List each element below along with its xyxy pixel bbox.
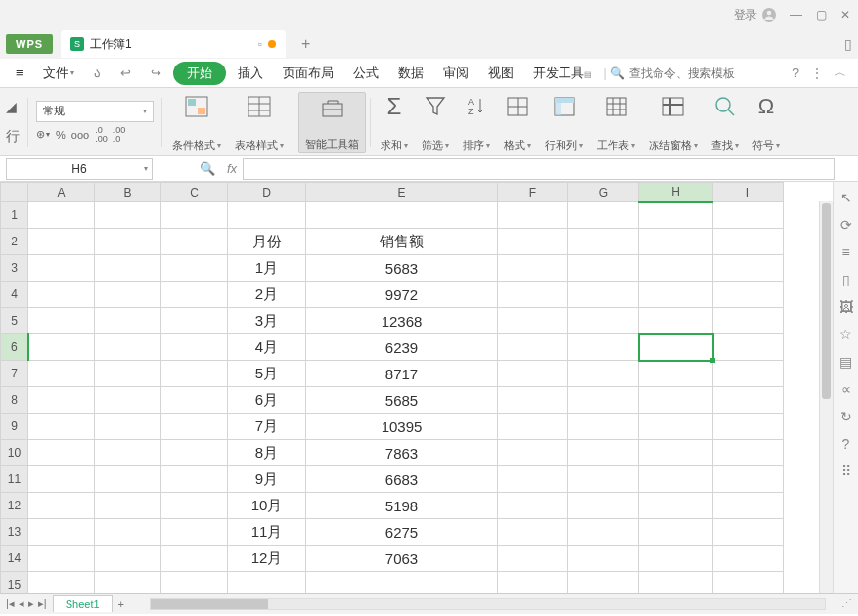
cell-B5[interactable] xyxy=(95,308,161,334)
cell-G1[interactable] xyxy=(568,202,639,229)
cell-B2[interactable] xyxy=(95,229,161,255)
sheet-tab[interactable]: Sheet1 xyxy=(53,595,113,612)
sheet-nav-first-icon[interactable]: |◂ xyxy=(6,597,15,610)
menu-view[interactable]: 视图 xyxy=(480,61,521,86)
col-header-A[interactable]: A xyxy=(28,183,95,202)
image-icon[interactable]: 🖼 xyxy=(839,299,853,315)
cell-G4[interactable] xyxy=(568,282,639,308)
cell-I9[interactable] xyxy=(713,414,784,440)
row-header-13[interactable]: 13 xyxy=(1,519,28,546)
file-tab[interactable]: S 工作簿1 ▫ xyxy=(61,30,286,58)
cell-H3[interactable] xyxy=(639,255,713,282)
cell-I13[interactable] xyxy=(713,519,784,546)
login-link[interactable]: 登录 xyxy=(734,7,777,23)
cell-I7[interactable] xyxy=(713,361,784,387)
cell-C5[interactable] xyxy=(161,308,228,334)
cell-H11[interactable] xyxy=(639,466,713,493)
row-header-6[interactable]: 6 xyxy=(1,334,28,361)
cell-G14[interactable] xyxy=(568,546,639,572)
cell-H8[interactable] xyxy=(639,387,713,414)
cell-D15[interactable] xyxy=(228,572,306,594)
cell-H13[interactable] xyxy=(639,519,713,546)
cell-E1[interactable] xyxy=(306,202,498,229)
cell-G9[interactable] xyxy=(568,414,639,440)
cell-D8[interactable]: 6月 xyxy=(228,387,306,414)
col-header-E[interactable]: E xyxy=(306,183,498,202)
percent-icon[interactable]: % xyxy=(56,129,66,141)
cell-A13[interactable] xyxy=(28,519,95,546)
cell-F11[interactable] xyxy=(498,466,568,493)
cell-I3[interactable] xyxy=(713,255,784,282)
cell-E8[interactable]: 5685 xyxy=(306,387,498,414)
cell-I4[interactable] xyxy=(713,282,784,308)
cell-B6[interactable] xyxy=(95,334,161,361)
cell-C3[interactable] xyxy=(161,255,228,282)
cell-G7[interactable] xyxy=(568,361,639,387)
sheet-nav-prev-icon[interactable]: ◂ xyxy=(19,597,24,610)
cell-E5[interactable]: 12368 xyxy=(306,308,498,334)
cell-H5[interactable] xyxy=(639,308,713,334)
smart-toolbox-button[interactable]: 智能工具箱 xyxy=(298,92,366,153)
cell-A6[interactable] xyxy=(28,334,95,361)
minimize-icon[interactable]: — xyxy=(790,8,802,22)
more-icon[interactable]: ⋮ xyxy=(807,66,827,80)
cell-H14[interactable] xyxy=(639,546,713,572)
cell-E6[interactable]: 6239 xyxy=(306,334,498,361)
cell-B15[interactable] xyxy=(95,572,161,594)
menu-insert[interactable]: 插入 xyxy=(230,61,271,86)
cell-G5[interactable] xyxy=(568,308,639,334)
fx-icon[interactable]: fx xyxy=(221,161,243,176)
cell-B8[interactable] xyxy=(95,387,161,414)
cell-G11[interactable] xyxy=(568,466,639,493)
formula-input[interactable] xyxy=(243,158,835,180)
symbol-button[interactable]: Ω 符号▾ xyxy=(746,92,786,153)
menu-home[interactable]: 开始 xyxy=(173,62,226,85)
row-header-4[interactable]: 4 xyxy=(1,282,28,308)
table-style-button[interactable]: 表格样式▾ xyxy=(229,92,290,153)
cell-H9[interactable] xyxy=(639,414,713,440)
cell-A2[interactable] xyxy=(28,229,95,255)
cell-B11[interactable] xyxy=(95,466,161,493)
cell-G3[interactable] xyxy=(568,255,639,282)
cell-H2[interactable] xyxy=(639,229,713,255)
menu-review[interactable]: 审阅 xyxy=(435,61,476,86)
cell-F13[interactable] xyxy=(498,519,568,546)
cell-A9[interactable] xyxy=(28,414,95,440)
cell-A7[interactable] xyxy=(28,361,95,387)
help2-icon[interactable]: ? xyxy=(842,436,850,452)
cell-F9[interactable] xyxy=(498,414,568,440)
cell-F12[interactable] xyxy=(498,493,568,519)
cell-D9[interactable]: 7月 xyxy=(228,414,306,440)
cell-E10[interactable]: 7863 xyxy=(306,440,498,466)
filter-button[interactable]: 筛选▾ xyxy=(416,92,455,153)
cell-C6[interactable] xyxy=(161,334,228,361)
cell-H10[interactable] xyxy=(639,440,713,466)
history-icon[interactable]: ↻ xyxy=(840,409,852,424)
cell-F14[interactable] xyxy=(498,546,568,572)
row-header-5[interactable]: 5 xyxy=(1,308,28,334)
cell-G6[interactable] xyxy=(568,334,639,361)
cell-E15[interactable] xyxy=(306,572,498,594)
col-header-D[interactable]: D xyxy=(228,183,306,202)
row-header-8[interactable]: 8 xyxy=(1,387,28,414)
conditional-format-button[interactable]: 条件格式▾ xyxy=(166,92,227,153)
menu-formula[interactable]: 公式 xyxy=(345,61,386,86)
cell-E7[interactable]: 8717 xyxy=(306,361,498,387)
menu-dev-tools[interactable]: 开发工具▤ xyxy=(525,61,600,86)
cell-E12[interactable]: 5198 xyxy=(306,493,498,519)
cell-A12[interactable] xyxy=(28,493,95,519)
col-header-B[interactable]: B xyxy=(95,183,161,202)
clipboard-icon[interactable]: ▯ xyxy=(842,272,850,287)
fill-icon[interactable]: ◢ xyxy=(6,99,20,114)
cursor-icon[interactable]: ↖ xyxy=(840,190,852,205)
comma-icon[interactable]: ooo xyxy=(71,129,89,141)
cell-B13[interactable] xyxy=(95,519,161,546)
cell-E4[interactable]: 9972 xyxy=(306,282,498,308)
cell-C4[interactable] xyxy=(161,282,228,308)
cell-G12[interactable] xyxy=(568,493,639,519)
wps-logo[interactable]: WPS xyxy=(6,34,53,54)
cell-D3[interactable]: 1月 xyxy=(228,255,306,282)
cell-F5[interactable] xyxy=(498,308,568,334)
cell-A3[interactable] xyxy=(28,255,95,282)
freeze-panes-button[interactable]: 冻结窗格▾ xyxy=(643,92,703,153)
